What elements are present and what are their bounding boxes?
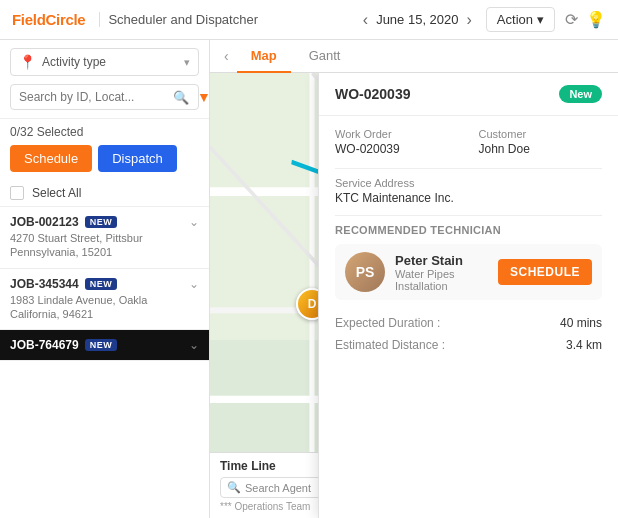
job-list: JOB-002123 NEW ⌄ 4270 Stuart Street, Pit… — [0, 207, 209, 518]
job-address: 1983 Lindale Avenue, OaklaCalifornia, 94… — [10, 293, 199, 322]
job-id: JOB-345344 — [10, 277, 79, 291]
header-title: Scheduler and Dispatcher — [99, 12, 348, 27]
refresh-icon[interactable]: ⟳ — [565, 10, 578, 29]
tab-prev-button[interactable]: ‹ — [220, 40, 233, 72]
metric-distance-row: Estimated Distance : 3.4 km — [335, 334, 602, 356]
job-badge-new: NEW — [85, 216, 118, 228]
job-list-item[interactable]: JOB-345344 NEW ⌄ 1983 Lindale Avenue, Oa… — [0, 269, 209, 331]
select-all-row: Select All — [0, 180, 209, 207]
tech-avatar: PS — [345, 252, 385, 292]
rec-tech-title: Recommended Technician — [335, 224, 602, 236]
popup-divider2 — [335, 215, 602, 216]
chevron-down-icon: ⌄ — [189, 277, 199, 291]
header: FieldCircle Scheduler and Dispatcher ‹ J… — [0, 0, 618, 40]
chevron-down-icon: ⌄ — [189, 338, 199, 352]
popup-work-order-field: Work Order WO-020039 — [335, 128, 459, 156]
map-container[interactable]: A B C D ⊙ ⊙ 🏠 — [210, 73, 618, 518]
next-date-button[interactable]: › — [463, 9, 476, 31]
popup-metrics: Expected Duration : 40 mins Estimated Di… — [335, 312, 602, 356]
map-area: ‹ Map Gantt — [210, 40, 618, 518]
popup-header: WO-020039 New — [319, 73, 618, 116]
popup-service-address-value: KTC Maintenance Inc. — [335, 191, 602, 205]
header-nav: ‹ June 15, 2020 › — [359, 9, 476, 31]
tabs: ‹ Map Gantt — [210, 40, 618, 73]
popup-customer-field: Customer John Doe — [479, 128, 603, 156]
schedule-button[interactable]: Schedule — [10, 145, 92, 172]
metric-distance-label: Estimated Distance : — [335, 338, 445, 352]
timeline-search-placeholder: Search Agent — [245, 482, 311, 494]
popup-work-order-row: Work Order WO-020039 Customer John Doe — [335, 128, 602, 156]
popup-customer-value: John Doe — [479, 142, 603, 156]
location-pin-icon: 📍 — [19, 54, 36, 70]
select-all-label: Select All — [32, 186, 81, 200]
dispatch-button[interactable]: Dispatch — [98, 145, 177, 172]
search-input[interactable] — [19, 90, 169, 104]
bulb-icon[interactable]: 💡 — [586, 10, 606, 29]
metric-distance-value: 3.4 km — [566, 338, 602, 352]
job-address: 4270 Stuart Street, PittsburPennsylvania… — [10, 231, 199, 260]
popup-work-order-label: Work Order — [335, 128, 459, 140]
job-badge-new: NEW — [85, 339, 118, 351]
metric-duration-label: Expected Duration : — [335, 316, 440, 330]
search-row: 🔍 ▼ — [10, 84, 199, 110]
activity-type-label: Activity type — [42, 55, 178, 69]
prev-date-button[interactable]: ‹ — [359, 9, 372, 31]
logo-field: Field — [12, 11, 46, 28]
job-list-item[interactable]: JOB-002123 NEW ⌄ 4270 Stuart Street, Pit… — [0, 207, 209, 269]
search-icon: 🔍 — [173, 90, 189, 105]
tech-info: Peter Stain Water Pipes Installation — [395, 253, 488, 292]
popup-wo-id: WO-020039 — [335, 86, 410, 102]
activity-type-dropdown[interactable]: 📍 Activity type ▾ — [10, 48, 199, 76]
tab-gantt[interactable]: Gantt — [295, 40, 355, 73]
action-button[interactable]: Action ▾ — [486, 7, 555, 32]
sidebar: 📍 Activity type ▾ 🔍 ▼ 0/32 Selected Sche… — [0, 40, 210, 518]
chevron-down-icon: ▾ — [537, 12, 544, 27]
job-list-item[interactable]: JOB-764679 NEW ⌄ — [0, 330, 209, 361]
date-display: June 15, 2020 — [376, 12, 458, 27]
action-label: Action — [497, 12, 533, 27]
search-icon-small: 🔍 — [227, 481, 241, 494]
job-id: JOB-002123 — [10, 215, 79, 229]
metric-duration-row: Expected Duration : 40 mins — [335, 312, 602, 334]
popup-schedule-button[interactable]: SCHEDULE — [498, 259, 592, 285]
logo: FieldCircle — [12, 11, 85, 28]
header-icons: ⟳ 💡 — [565, 10, 606, 29]
popup-customer-label: Customer — [479, 128, 603, 140]
tech-name: Peter Stain — [395, 253, 488, 268]
main-layout: 📍 Activity type ▾ 🔍 ▼ 0/32 Selected Sche… — [0, 40, 618, 518]
job-id: JOB-764679 — [10, 338, 79, 352]
popup-divider1 — [335, 168, 602, 169]
tech-role: Water Pipes Installation — [395, 268, 488, 292]
chevron-down-icon: ▾ — [184, 56, 190, 69]
sidebar-top: 📍 Activity type ▾ 🔍 ▼ — [0, 40, 209, 119]
technician-row: PS Peter Stain Water Pipes Installation … — [335, 244, 602, 300]
popup-card: WO-020039 New Work Order WO-020039 Custo… — [318, 73, 618, 518]
job-badge-new: NEW — [85, 278, 118, 290]
logo-circle: Circle — [46, 11, 86, 28]
metric-duration-value: 40 mins — [560, 316, 602, 330]
popup-service-address-label: Service Address — [335, 177, 602, 189]
popup-status-badge: New — [559, 85, 602, 103]
tab-map[interactable]: Map — [237, 40, 291, 73]
selected-count: 0/32 Selected — [0, 119, 209, 145]
popup-work-order-value: WO-020039 — [335, 142, 459, 156]
chevron-down-icon: ⌄ — [189, 215, 199, 229]
popup-body: Work Order WO-020039 Customer John Doe S… — [319, 116, 618, 518]
filter-icon[interactable]: ▼ — [197, 89, 211, 105]
tech-initials: PS — [356, 264, 375, 280]
action-buttons: Schedule Dispatch — [0, 145, 209, 180]
select-all-checkbox[interactable] — [10, 186, 24, 200]
